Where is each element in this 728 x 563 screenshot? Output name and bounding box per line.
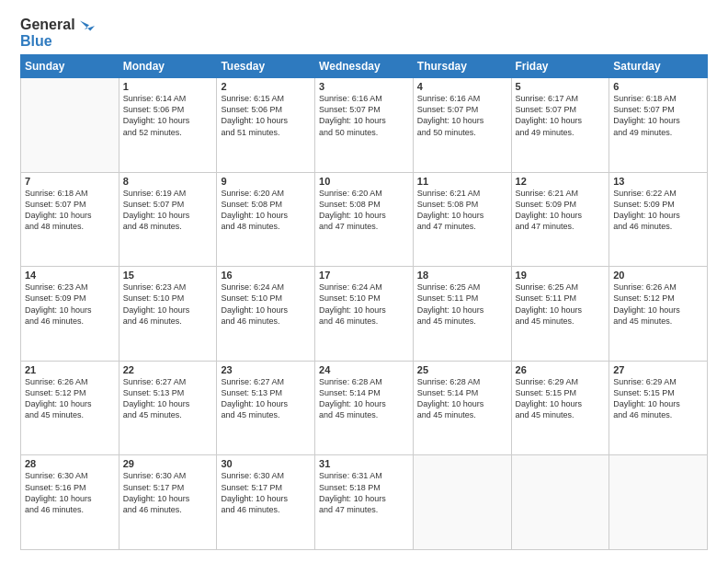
day-cell [609,455,708,550]
day-info: Sunrise: 6:21 AM Sunset: 5:09 PM Dayligh… [516,188,606,233]
day-number: 8 [123,176,213,187]
day-cell: 11Sunrise: 6:21 AM Sunset: 5:08 PM Dayli… [413,172,511,267]
day-number: 14 [25,270,115,281]
day-cell: 23Sunrise: 6:27 AM Sunset: 5:13 PM Dayli… [217,361,315,455]
day-cell [413,455,511,550]
week-row-4: 21Sunrise: 6:26 AM Sunset: 5:12 PM Dayli… [21,361,708,455]
day-number: 26 [516,364,606,375]
day-number: 2 [221,81,311,92]
day-info: Sunrise: 6:22 AM Sunset: 5:09 PM Dayligh… [613,188,703,233]
day-cell: 15Sunrise: 6:23 AM Sunset: 5:10 PM Dayli… [119,267,217,362]
day-cell: 3Sunrise: 6:16 AM Sunset: 5:07 PM Daylig… [315,78,414,173]
day-cell: 22Sunrise: 6:27 AM Sunset: 5:13 PM Dayli… [119,361,217,455]
day-number: 19 [516,270,606,281]
day-number: 15 [123,270,213,281]
col-header-tuesday: Tuesday [217,55,315,78]
day-cell: 18Sunrise: 6:25 AM Sunset: 5:11 PM Dayli… [413,267,511,362]
day-info: Sunrise: 6:30 AM Sunset: 5:16 PM Dayligh… [25,470,115,515]
day-cell: 20Sunrise: 6:26 AM Sunset: 5:12 PM Dayli… [609,267,708,362]
day-cell: 17Sunrise: 6:24 AM Sunset: 5:10 PM Dayli… [315,267,414,362]
day-number: 30 [221,458,311,469]
day-number: 11 [417,176,507,187]
logo-container: General Blue [20,17,95,49]
day-cell: 1Sunrise: 6:14 AM Sunset: 5:06 PM Daylig… [119,78,217,173]
day-cell: 31Sunrise: 6:31 AM Sunset: 5:18 PM Dayli… [315,455,414,550]
logo-text: General Blue [20,17,95,49]
day-cell: 7Sunrise: 6:18 AM Sunset: 5:07 PM Daylig… [21,172,119,267]
day-info: Sunrise: 6:18 AM Sunset: 5:07 PM Dayligh… [613,93,703,138]
day-cell [21,78,119,173]
day-number: 12 [516,176,606,187]
day-cell: 30Sunrise: 6:30 AM Sunset: 5:17 PM Dayli… [217,455,315,550]
day-info: Sunrise: 6:26 AM Sunset: 5:12 PM Dayligh… [25,376,115,421]
day-cell: 24Sunrise: 6:28 AM Sunset: 5:14 PM Dayli… [315,361,414,455]
day-info: Sunrise: 6:27 AM Sunset: 5:13 PM Dayligh… [221,376,311,421]
day-number: 9 [221,176,311,187]
day-number: 5 [516,81,606,92]
day-number: 1 [123,81,213,92]
day-cell: 2Sunrise: 6:15 AM Sunset: 5:06 PM Daylig… [217,78,315,173]
logo-blue-text: Blue [20,33,52,49]
day-info: Sunrise: 6:29 AM Sunset: 5:15 PM Dayligh… [516,376,606,421]
col-header-thursday: Thursday [413,55,511,78]
day-info: Sunrise: 6:29 AM Sunset: 5:15 PM Dayligh… [613,376,703,421]
day-info: Sunrise: 6:20 AM Sunset: 5:08 PM Dayligh… [221,188,311,233]
day-info: Sunrise: 6:18 AM Sunset: 5:07 PM Dayligh… [25,188,115,233]
day-info: Sunrise: 6:16 AM Sunset: 5:07 PM Dayligh… [417,93,507,138]
day-cell: 6Sunrise: 6:18 AM Sunset: 5:07 PM Daylig… [609,78,708,173]
logo: General Blue [20,17,95,49]
day-info: Sunrise: 6:15 AM Sunset: 5:06 PM Dayligh… [221,93,311,138]
logo-bird-icon [76,19,95,32]
col-header-wednesday: Wednesday [315,55,414,78]
page: General Blue SundayMondayTuesdayWednesda… [0,0,728,563]
day-number: 23 [221,364,311,375]
day-info: Sunrise: 6:31 AM Sunset: 5:18 PM Dayligh… [319,470,409,515]
week-row-3: 14Sunrise: 6:23 AM Sunset: 5:09 PM Dayli… [21,267,708,362]
day-info: Sunrise: 6:21 AM Sunset: 5:08 PM Dayligh… [417,188,507,233]
day-number: 29 [123,458,213,469]
day-cell: 12Sunrise: 6:21 AM Sunset: 5:09 PM Dayli… [511,172,609,267]
day-number: 22 [123,364,213,375]
day-info: Sunrise: 6:30 AM Sunset: 5:17 PM Dayligh… [221,470,311,515]
day-number: 6 [613,81,703,92]
day-cell: 29Sunrise: 6:30 AM Sunset: 5:17 PM Dayli… [119,455,217,550]
col-header-sunday: Sunday [21,55,119,78]
day-cell: 5Sunrise: 6:17 AM Sunset: 5:07 PM Daylig… [511,78,609,173]
day-cell: 8Sunrise: 6:19 AM Sunset: 5:07 PM Daylig… [119,172,217,267]
day-info: Sunrise: 6:26 AM Sunset: 5:12 PM Dayligh… [613,282,703,327]
calendar-header-row: SundayMondayTuesdayWednesdayThursdayFrid… [21,55,708,78]
day-cell: 13Sunrise: 6:22 AM Sunset: 5:09 PM Dayli… [609,172,708,267]
day-info: Sunrise: 6:23 AM Sunset: 5:09 PM Dayligh… [25,282,115,327]
day-number: 4 [417,81,507,92]
day-number: 13 [613,176,703,187]
day-info: Sunrise: 6:20 AM Sunset: 5:08 PM Dayligh… [319,188,409,233]
day-info: Sunrise: 6:23 AM Sunset: 5:10 PM Dayligh… [123,282,213,327]
day-number: 27 [613,364,703,375]
day-number: 28 [25,458,115,469]
col-header-saturday: Saturday [609,55,708,78]
day-number: 17 [319,270,409,281]
col-header-monday: Monday [119,55,217,78]
day-number: 18 [417,270,507,281]
day-info: Sunrise: 6:24 AM Sunset: 5:10 PM Dayligh… [221,282,311,327]
day-number: 24 [319,364,409,375]
day-cell: 28Sunrise: 6:30 AM Sunset: 5:16 PM Dayli… [21,455,119,550]
day-cell: 27Sunrise: 6:29 AM Sunset: 5:15 PM Dayli… [609,361,708,455]
day-number: 16 [221,270,311,281]
week-row-1: 1Sunrise: 6:14 AM Sunset: 5:06 PM Daylig… [21,78,708,173]
day-number: 3 [319,81,409,92]
day-cell: 4Sunrise: 6:16 AM Sunset: 5:07 PM Daylig… [413,78,511,173]
day-cell: 16Sunrise: 6:24 AM Sunset: 5:10 PM Dayli… [217,267,315,362]
week-row-5: 28Sunrise: 6:30 AM Sunset: 5:16 PM Dayli… [21,455,708,550]
day-cell: 9Sunrise: 6:20 AM Sunset: 5:08 PM Daylig… [217,172,315,267]
day-info: Sunrise: 6:16 AM Sunset: 5:07 PM Dayligh… [319,93,409,138]
day-cell: 26Sunrise: 6:29 AM Sunset: 5:15 PM Dayli… [511,361,609,455]
day-cell: 21Sunrise: 6:26 AM Sunset: 5:12 PM Dayli… [21,361,119,455]
day-number: 31 [319,458,409,469]
day-number: 10 [319,176,409,187]
day-cell [511,455,609,550]
day-number: 21 [25,364,115,375]
day-info: Sunrise: 6:25 AM Sunset: 5:11 PM Dayligh… [516,282,606,327]
day-info: Sunrise: 6:30 AM Sunset: 5:17 PM Dayligh… [123,470,213,515]
day-info: Sunrise: 6:14 AM Sunset: 5:06 PM Dayligh… [123,93,213,138]
